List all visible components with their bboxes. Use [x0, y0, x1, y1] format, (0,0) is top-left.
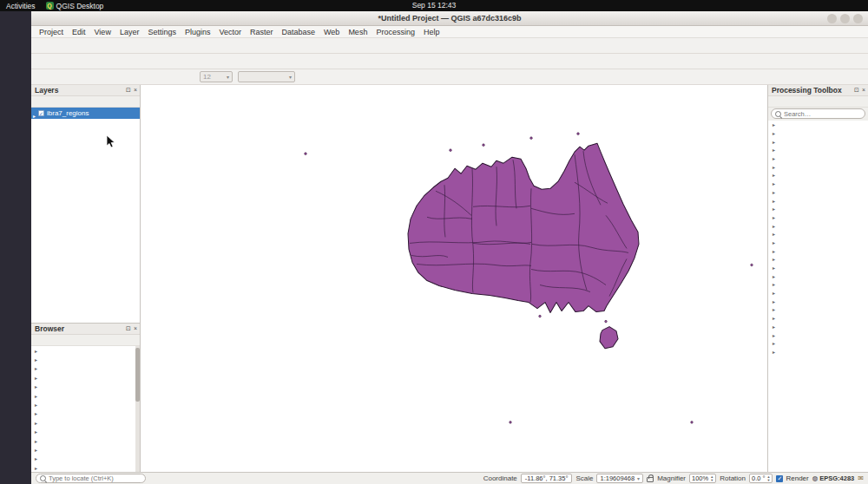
expand-arrow-icon[interactable] — [773, 349, 777, 355]
toolbar-icon[interactable] — [142, 55, 155, 68]
expand-arrow-icon[interactable] — [35, 383, 39, 389]
toolbar-icon[interactable] — [142, 70, 155, 83]
expand-arrow-icon[interactable] — [35, 356, 39, 363]
rotation-spinbox[interactable]: 0.0 ° — [749, 474, 773, 483]
spinner-arrows-icon[interactable] — [767, 475, 771, 481]
toolbar-icon[interactable] — [64, 55, 77, 68]
dock-app-icon[interactable] — [4, 285, 27, 307]
expand-arrow-icon[interactable] — [773, 256, 777, 262]
expand-arrow-icon[interactable] — [773, 315, 777, 321]
float-panel-icon[interactable]: ⊡ — [126, 87, 131, 94]
float-panel-icon[interactable]: ⊡ — [854, 87, 859, 94]
toolbar-icon[interactable] — [364, 55, 377, 68]
menu-item[interactable]: Database — [278, 28, 320, 36]
toolbox-toolbar-icon[interactable] — [785, 97, 795, 107]
toolbox-group[interactable] — [768, 213, 868, 222]
toolbar-icon[interactable] — [77, 39, 90, 52]
menu-item[interactable]: View — [90, 28, 115, 36]
expand-arrow-icon[interactable] — [773, 281, 777, 287]
toolbar-icon[interactable] — [338, 39, 351, 52]
toolbar-icon[interactable] — [116, 55, 129, 68]
browser-item[interactable] — [31, 428, 140, 436]
toolbar-icon[interactable] — [321, 70, 334, 83]
dock-app-icon[interactable] — [4, 258, 27, 280]
toolbox-group[interactable] — [768, 188, 868, 197]
toolbox-group[interactable] — [768, 129, 868, 138]
toolbox-group[interactable] — [768, 230, 868, 239]
toolbar-icon[interactable] — [273, 39, 286, 52]
expand-arrow-icon[interactable] — [773, 155, 777, 161]
toolbar-icon[interactable] — [377, 39, 390, 52]
browser-item[interactable] — [31, 373, 140, 382]
toolbar-icon[interactable] — [299, 55, 312, 68]
toolbar-icon[interactable] — [260, 39, 273, 52]
activities-button[interactable]: Activities — [6, 2, 36, 10]
expand-arrow-icon[interactable] — [33, 108, 36, 121]
window-control-button[interactable] — [840, 14, 850, 23]
toolbar-icon[interactable] — [64, 70, 77, 83]
toolbar-icon[interactable] — [390, 55, 403, 68]
toolbar-icon[interactable] — [351, 55, 364, 68]
coordinate-input[interactable]: -11.86°, 71.35° — [521, 474, 573, 483]
toolbox-search[interactable] — [771, 108, 865, 119]
toolbar-icon[interactable] — [129, 70, 142, 83]
toolbox-group[interactable] — [768, 121, 868, 129]
dock-app-icon[interactable] — [4, 177, 27, 199]
toolbar-icon[interactable] — [325, 55, 338, 68]
expand-arrow-icon[interactable] — [773, 180, 777, 186]
toolbox-panel-header[interactable]: Processing Toolbox ⊡ × — [768, 85, 868, 96]
toolbox-search-input[interactable] — [784, 110, 860, 118]
toolbar-icon[interactable] — [390, 39, 403, 52]
toolbox-group[interactable] — [768, 305, 868, 314]
expand-arrow-icon[interactable] — [35, 375, 39, 381]
expand-arrow-icon[interactable] — [35, 365, 39, 371]
expand-arrow-icon[interactable] — [773, 290, 777, 296]
browser-item[interactable] — [31, 346, 140, 355]
expand-arrow-icon[interactable] — [773, 340, 777, 346]
toolbar-icon[interactable] — [103, 70, 116, 83]
toolbar-icon[interactable] — [129, 39, 142, 52]
crs-status-button[interactable]: ◍ EPSG:4283 — [812, 474, 855, 482]
toolbar-icon[interactable] — [116, 39, 129, 52]
toolbar-icon[interactable] — [233, 55, 247, 68]
toolbar-icon[interactable] — [168, 39, 181, 52]
close-panel-icon[interactable]: × — [134, 87, 137, 94]
toolbox-group[interactable] — [768, 246, 868, 255]
toolbar-icon[interactable] — [168, 55, 181, 68]
toolbox-group[interactable] — [768, 205, 868, 213]
toolbox-group[interactable] — [768, 180, 868, 188]
dock-app-icon[interactable] — [4, 43, 27, 65]
layers-toolbar-icon[interactable] — [82, 97, 93, 107]
layer-visibility-checkbox[interactable] — [38, 110, 44, 116]
expand-arrow-icon[interactable] — [773, 130, 777, 136]
menu-item[interactable]: Raster — [246, 28, 278, 36]
toolbar-icon[interactable] — [103, 39, 116, 52]
toolbar-icon[interactable] — [51, 55, 64, 68]
expand-arrow-icon[interactable] — [773, 223, 777, 229]
toolbox-group[interactable] — [768, 154, 868, 163]
toolbar-icon[interactable] — [155, 70, 168, 83]
toolbar-icon[interactable] — [38, 39, 51, 52]
expand-arrow-icon[interactable] — [35, 393, 39, 399]
toolbox-group[interactable] — [768, 239, 868, 247]
magnifier-spinbox[interactable]: 100% — [689, 474, 716, 483]
layer-item[interactable]: ibra7_regions — [31, 108, 140, 119]
expand-arrow-icon[interactable] — [773, 214, 777, 220]
toolbar-icon[interactable] — [116, 70, 129, 83]
expand-arrow-icon[interactable] — [773, 306, 777, 312]
render-checkbox[interactable] — [776, 475, 783, 482]
browser-item[interactable] — [31, 400, 140, 409]
toolbox-group[interactable] — [768, 146, 868, 154]
toolbox-group[interactable] — [768, 297, 868, 305]
expand-arrow-icon[interactable] — [35, 420, 39, 426]
lock-scale-icon[interactable] — [647, 477, 654, 482]
locator-box[interactable] — [36, 474, 146, 483]
messages-icon[interactable]: ✉ — [858, 474, 864, 482]
font-size-combo[interactable]: 12▾ — [200, 71, 233, 82]
menu-item[interactable]: Help — [419, 28, 444, 36]
browser-item[interactable] — [31, 418, 140, 427]
toolbar-icon[interactable] — [181, 70, 194, 83]
toolbox-toolbar-icon[interactable] — [772, 97, 782, 107]
toolbar-icon[interactable] — [77, 70, 90, 83]
browser-toolbar-icon[interactable] — [46, 336, 56, 345]
